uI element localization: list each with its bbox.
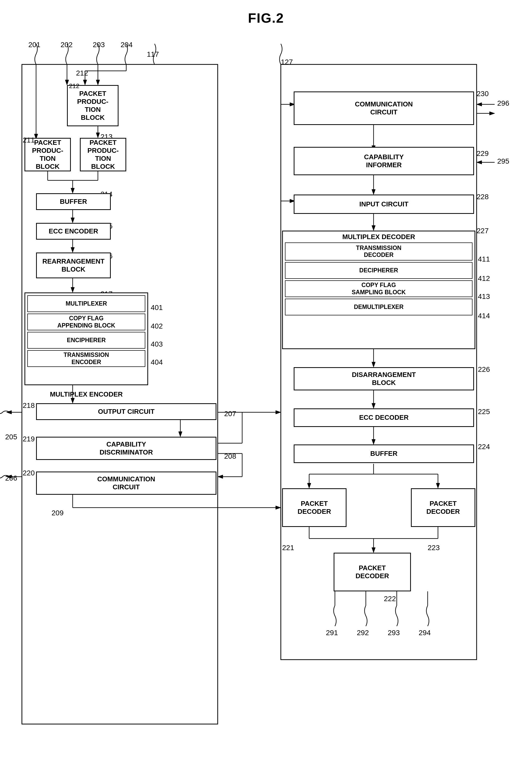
ref-203: 203 [93, 41, 105, 49]
transmission-decoder: TRANSMISSION DECODER [285, 243, 473, 260]
ref-225: 225 [478, 408, 490, 416]
diagram-container: 201 202 203 204 117 212 PACKET PRODUC- T… [0, 31, 532, 778]
multiplex-decoder-group: MULTIPLEX DECODER TRANSMISSION DECODER D… [282, 231, 475, 349]
input-circuit: INPUT CIRCUIT [294, 195, 474, 214]
capability-informer: CAPABILITY INFORMER [294, 147, 474, 175]
transmission-encoder: TRANSMISSION ENCODER [27, 350, 145, 367]
buffer-right: BUFFER [294, 445, 474, 463]
copy-flag-appending: COPY FLAG APPENDING BLOCK [27, 314, 145, 330]
ref-228: 228 [477, 193, 489, 201]
packet-decoder-right: PACKET DECODER [411, 488, 475, 527]
ref-209: 209 [51, 509, 64, 517]
encipherer: ENCIPHERER [27, 332, 145, 348]
ref-212b: 212 [69, 82, 79, 90]
packet-production-right: PACKET PRODUC- TION BLOCK [80, 138, 126, 171]
ecc-encoder: ECC ENCODER [36, 223, 111, 240]
buffer-left: BUFFER [36, 193, 111, 210]
rearrangement-block: REARRANGEMENT BLOCK [36, 252, 111, 278]
svg-marker-65 [372, 439, 375, 445]
svg-marker-76 [372, 547, 375, 553]
ref-127: 127 [281, 58, 293, 66]
svg-marker-5 [65, 80, 69, 85]
svg-marker-22 [71, 247, 75, 252]
communication-circuit-left: COMMUNICATION CIRCUIT [36, 471, 216, 495]
ref-211: 211 [23, 136, 35, 144]
svg-marker-11 [83, 80, 87, 85]
ref-411: 411 [478, 255, 490, 263]
ref-218: 218 [23, 402, 35, 410]
svg-marker-55 [372, 225, 375, 231]
ref-220: 220 [23, 469, 35, 477]
ref-224: 224 [478, 443, 490, 451]
ref-292: 292 [357, 629, 369, 637]
ref-117: 117 [147, 50, 159, 58]
page-title: FIG.2 [0, 0, 532, 31]
svg-marker-18 [71, 188, 75, 193]
ref-404: 404 [151, 358, 163, 366]
ecc-decoder: ECC DECODER [294, 408, 474, 427]
svg-marker-26 [71, 398, 75, 403]
demultiplexer: DEMULTIPLEXER [285, 299, 473, 315]
communication-circuit-right: COMMUNICATION CIRCUIT [294, 91, 474, 125]
capability-discriminator: CAPABILITY DISCRIMINATOR [36, 437, 216, 460]
svg-marker-30 [6, 410, 11, 414]
svg-marker-61 [372, 362, 375, 367]
packet-production-top: PACKET PRODUC- TION BLOCK [67, 85, 119, 126]
svg-marker-49 [477, 161, 482, 164]
ref-414: 414 [478, 312, 490, 320]
ref-413: 413 [478, 292, 490, 301]
ref-295: 295 [497, 157, 509, 165]
svg-marker-53 [372, 190, 375, 195]
svg-marker-13 [96, 133, 100, 138]
ref-227: 227 [477, 227, 489, 235]
ref-296: 296 [497, 99, 509, 108]
ref-229: 229 [477, 150, 489, 158]
svg-marker-63 [372, 403, 375, 408]
svg-marker-28 [276, 410, 281, 414]
multiplex-encoder-group: MULTIPLEXER COPY FLAG APPENDING BLOCK EN… [25, 292, 148, 385]
svg-marker-47 [490, 112, 495, 115]
ref-212: 212 [76, 69, 88, 77]
ref-402: 402 [151, 322, 163, 330]
ref-201: 201 [28, 41, 40, 49]
ref-293: 293 [388, 629, 400, 637]
ref-403: 403 [151, 340, 163, 348]
ref-208: 208 [224, 452, 236, 460]
ref-206: 206 [5, 474, 17, 482]
ref-230: 230 [477, 90, 489, 98]
ref-207: 207 [224, 410, 236, 418]
ref-294: 294 [419, 629, 431, 637]
svg-marker-38 [218, 475, 223, 479]
packet-decoder-center: PACKET DECODER [334, 553, 411, 591]
ref-219: 219 [23, 435, 35, 443]
ref-226: 226 [478, 365, 490, 374]
ref-223: 223 [428, 544, 440, 552]
svg-marker-32 [178, 431, 182, 437]
output-circuit: OUTPUT CIRCUIT [36, 403, 216, 420]
svg-marker-43 [276, 506, 281, 509]
svg-marker-71 [436, 483, 440, 488]
copy-flag-sampling: COPY FLAG SAMPLING BLOCK [285, 280, 473, 297]
multiplex-encoder-label: MULTIPLEX ENCODER [25, 390, 148, 398]
decipherer: DECIPHERER [285, 262, 473, 279]
ref-205: 205 [5, 433, 17, 441]
svg-marker-20 [71, 218, 75, 223]
disarrangement-block: DISARRANGEMENT BLOCK [294, 367, 474, 390]
svg-marker-7 [96, 80, 100, 85]
packet-decoder-left: PACKET DECODER [282, 488, 346, 527]
ref-204: 204 [121, 41, 133, 49]
multiplexer: MULTIPLEXER [27, 295, 145, 312]
ref-202: 202 [60, 41, 73, 49]
ref-412: 412 [478, 275, 490, 283]
ref-222: 222 [384, 595, 396, 603]
ref-291: 291 [326, 629, 338, 637]
svg-marker-45 [477, 102, 482, 106]
svg-marker-69 [308, 483, 311, 488]
ref-401: 401 [151, 303, 163, 312]
svg-marker-24 [71, 287, 75, 292]
ref-221: 221 [282, 544, 294, 552]
